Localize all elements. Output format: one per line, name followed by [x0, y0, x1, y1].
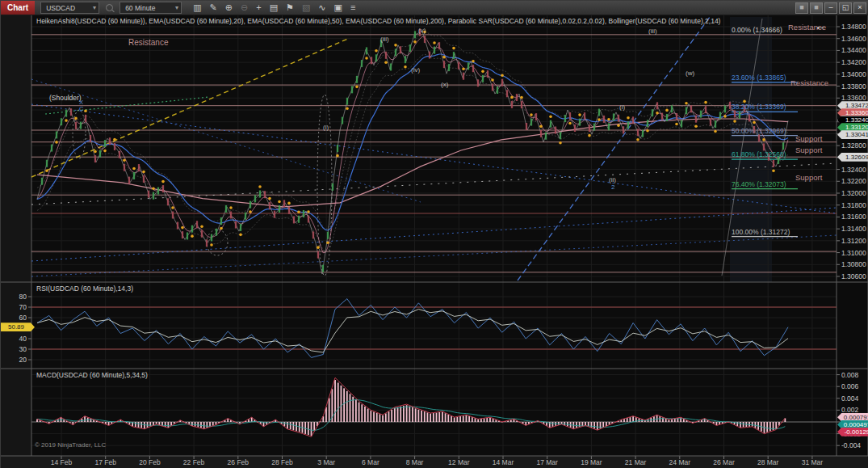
instrument-select[interactable]: USDCAD ▾ [40, 2, 99, 14]
annotation-resistance[interactable]: Resistance [128, 38, 168, 47]
rsi-tick[interactable]: 40 [2, 335, 27, 343]
snapshot-icon[interactable]: ▣ [330, 1, 346, 15]
macd-value-badge: -0.00129 [837, 428, 868, 436]
crosshair-icon[interactable]: + [252, 1, 265, 15]
fib-label[interactable]: 50.00% (1.32969) [732, 127, 786, 135]
price-tick[interactable]: 1.30800 [841, 260, 866, 268]
macd-tick[interactable]: -0.004 [841, 441, 861, 449]
price-tick[interactable]: 1.34000 [841, 70, 866, 78]
minimize-button[interactable]: – [824, 2, 837, 14]
annotation-ii[interactable]: (ii) [609, 176, 616, 183]
time-label: 14 Feb [45, 458, 78, 466]
annotation-2[interactable]: 2 [611, 183, 614, 191]
price-tick[interactable]: 1.30600 [841, 272, 866, 280]
chart-trader-icon[interactable]: ▧ [298, 1, 314, 15]
price-tick[interactable]: 1.33800 [841, 82, 866, 91]
annotation-support[interactable]: Support [795, 134, 822, 143]
annotation-i[interactable]: (i) [323, 124, 329, 131]
price-tick[interactable]: 1.31600 [841, 213, 866, 221]
close-button[interactable]: × [853, 2, 866, 14]
fib-label[interactable]: 100.00% (1.31272) [732, 228, 790, 236]
indicators-icon[interactable]: ∿ [314, 1, 329, 15]
rsi-tick[interactable]: 70 [2, 303, 27, 311]
price-tick[interactable]: 1.31800 [841, 201, 866, 209]
annotation-iv[interactable]: (iv) [411, 66, 420, 74]
zoom-out-icon[interactable]: ⊖ [237, 1, 252, 15]
alerts-icon[interactable]: ⚑ [282, 1, 298, 15]
toolbar-icons: ▥✎⊕⊖+▤⚑▧∿▣≡ [189, 1, 359, 15]
trend-line [31, 208, 837, 261]
time-label: 8 Mar [399, 458, 431, 466]
layout-square-1-button[interactable]: ■ [795, 2, 808, 14]
chart-window: Chart USDCAD ▾ 60 Minute ▾ ▥✎⊕⊖+▤⚑▧∿▣≡ ■… [0, 0, 868, 468]
time-label: 17 Feb [90, 458, 122, 466]
zoom-in-icon[interactable]: ⊕ [221, 1, 237, 15]
price-tick[interactable]: 1.31200 [841, 237, 866, 245]
time-label: 20 Feb [133, 458, 166, 466]
annotation-x[interactable]: (x) [441, 81, 448, 88]
data-series-icon[interactable]: ≡ [346, 1, 359, 15]
interval-select[interactable]: 60 Minute ▾ [120, 2, 182, 14]
macd-tick[interactable]: 0.006 [841, 382, 858, 390]
time-label: 19 Mar [575, 458, 607, 466]
fib-label[interactable]: 0.00% (1.34666) [732, 26, 782, 34]
price-badge: 1.33041 [837, 130, 868, 139]
price-tick[interactable]: 1.31000 [841, 249, 866, 257]
price-tick[interactable]: 1.34600 [841, 35, 866, 43]
copyright: © 2019 NinjaTrader, LLC [35, 441, 106, 449]
annotation-i[interactable]: (i) [619, 103, 625, 111]
pan-left-icon[interactable]: ← [815, 19, 826, 32]
trend-line [31, 235, 837, 276]
time-label: 28 Feb [266, 458, 299, 466]
annotation-v[interactable]: (v) [418, 27, 426, 34]
time-label: 22 Feb [178, 458, 210, 466]
time-label: 28 Mar [752, 458, 784, 466]
drawing-tools-icon[interactable]: ✎ [206, 1, 221, 15]
new-order-icon[interactable]: ▤ [266, 1, 282, 15]
time-label: 26 Mar [708, 458, 740, 466]
time-label: 26 Feb [222, 458, 254, 466]
price-tick[interactable]: 1.31400 [841, 225, 866, 233]
rsi-tick[interactable]: 80 [2, 293, 27, 301]
time-label: 3 Mar [310, 458, 342, 466]
restore-button[interactable]: ◱ [839, 2, 852, 14]
rsi-tick[interactable]: 30 [2, 345, 27, 353]
annotation-shoulder[interactable]: (Shoulder) [49, 94, 82, 102]
instrument-search-icon[interactable] [106, 4, 113, 11]
time-label: 24 Mar [664, 458, 696, 466]
annotation-resistance[interactable]: Resistance [790, 78, 828, 87]
price-tick[interactable]: 1.33600 [841, 94, 866, 102]
annotation-c[interactable]: C [79, 105, 83, 112]
fib-label[interactable]: 76.40% (1.32073) [732, 180, 786, 188]
layout-square-2-button[interactable]: ■ [810, 2, 823, 14]
tab-chart[interactable]: Chart [1, 1, 35, 15]
fib-label[interactable]: 61.80% (1.32568) [732, 150, 786, 158]
parabolic-sar-dots [45, 31, 775, 249]
annotation-w[interactable]: (w) [686, 70, 694, 77]
toolbar: Chart USDCAD ▾ 60 Minute ▾ ▥✎⊕⊖+▤⚑▧∿▣≡ ■… [1, 1, 868, 15]
annotation-support[interactable]: Support [795, 173, 822, 182]
rsi-tick[interactable]: 20 [2, 356, 27, 364]
time-label: 12 Mar [442, 458, 475, 466]
fib-label[interactable]: 38.20% (1.33369) [732, 103, 786, 111]
fib-label[interactable]: 23.60% (1.33865) [732, 74, 786, 82]
time-label: 6 Mar [354, 458, 387, 466]
rsi-tick[interactable]: 60 [2, 314, 27, 322]
interval-value: 60 Minute [125, 4, 155, 12]
macd-tick[interactable]: 0.008 [841, 371, 858, 379]
price-tick[interactable]: 1.34800 [841, 23, 866, 31]
price-tick[interactable]: 1.32800 [841, 141, 866, 150]
price-tick[interactable]: 1.32000 [841, 189, 866, 197]
heikenashi-candles [42, 29, 783, 272]
chart-style-icon[interactable]: ▥ [189, 1, 205, 15]
annotation-support[interactable]: Support [795, 145, 822, 154]
price-tick[interactable]: 1.32400 [841, 166, 866, 174]
price-tick[interactable]: 1.32200 [841, 177, 866, 185]
price-tick[interactable]: 1.34200 [841, 58, 866, 66]
macd-tick[interactable]: 0.004 [841, 394, 858, 403]
left-margin [1, 15, 31, 456]
price-tick[interactable]: 1.34400 [841, 46, 866, 54]
annotation-iii[interactable]: (iii) [380, 36, 389, 43]
annotation-iii[interactable]: (iii) [648, 27, 657, 35]
rsi-value-badge: 50.89 [1, 323, 35, 331]
